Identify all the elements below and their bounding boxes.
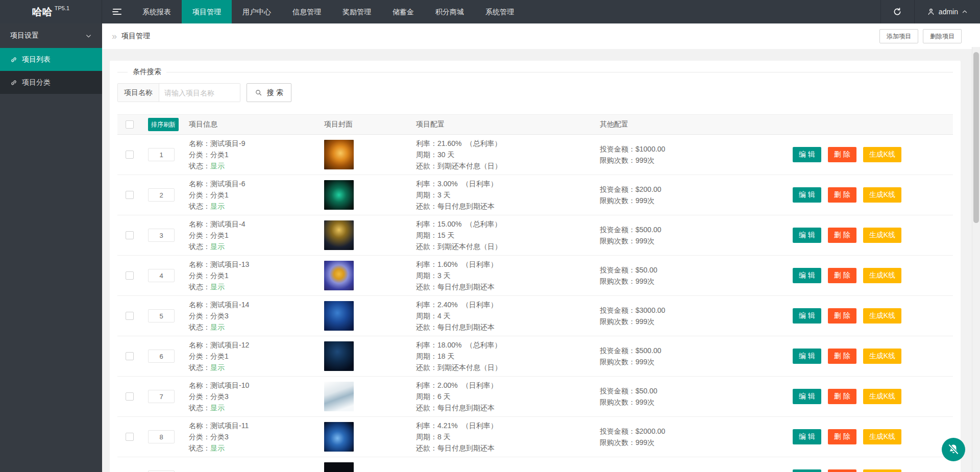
generate-kline-button[interactable]: 生成K线 [863, 228, 901, 243]
generate-kline-button[interactable]: 生成K线 [863, 349, 901, 364]
amount-value: $2000.00 [635, 427, 665, 435]
edit-button[interactable]: 编 辑 [793, 268, 821, 283]
sidebar-item-project-category[interactable]: 项目分类 [0, 71, 102, 94]
limit-label: 限购次数： [600, 398, 635, 406]
edit-button[interactable]: 编 辑 [793, 308, 821, 324]
period-label: 周期： [416, 271, 437, 280]
sort-refresh-button[interactable]: 排序刷新 [148, 118, 179, 131]
edit-button[interactable]: 编 辑 [793, 429, 821, 444]
repay-value: 每日付息到期还本 [437, 444, 495, 452]
sort-input[interactable] [148, 269, 175, 282]
repay-label: 还款： [416, 202, 437, 210]
navbar-right: admin [880, 0, 980, 23]
breadcrumb: 项目管理 [121, 32, 150, 41]
nav-item[interactable]: 系统报表 [132, 0, 182, 23]
search-row: 项目名称 搜 索 [117, 83, 953, 102]
sort-input[interactable] [148, 229, 175, 242]
edit-button[interactable]: 编 辑 [793, 389, 821, 404]
sort-input[interactable] [148, 148, 175, 161]
status-toggle[interactable]: 显示 [210, 202, 225, 210]
generate-kline-button[interactable]: 生成K线 [863, 429, 901, 444]
delete-button[interactable]: 删 除 [828, 308, 856, 324]
nav-item[interactable]: 信息管理 [282, 0, 332, 23]
generate-kline-button[interactable]: 生成K线 [863, 308, 901, 324]
project-category: 分类1 [210, 271, 229, 280]
amount-value: $1000.00 [635, 145, 665, 153]
delete-button[interactable]: 删 除 [828, 187, 856, 203]
select-all-checkbox[interactable] [126, 120, 134, 129]
row-checkbox[interactable] [126, 392, 134, 401]
row-checkbox[interactable] [126, 312, 134, 320]
delete-button[interactable]: 删 除 [828, 228, 856, 243]
generate-kline-button[interactable]: 生成K线 [863, 469, 901, 472]
row-checkbox[interactable] [126, 271, 134, 280]
add-project-button[interactable]: 添加项目 [879, 29, 918, 43]
rate-type: （总利率） [465, 139, 501, 147]
table-header-row: 排序刷新 项目信息 项目封面 项目配置 其他配置 [117, 114, 953, 135]
sort-input[interactable] [148, 350, 175, 363]
status-toggle[interactable]: 显示 [210, 242, 225, 251]
sort-input[interactable] [148, 188, 175, 202]
edit-button[interactable]: 编 辑 [793, 349, 821, 364]
status-toggle[interactable]: 显示 [210, 363, 225, 371]
amount-label: 投资金额： [600, 226, 635, 234]
delete-button[interactable]: 删 除 [828, 147, 856, 162]
status-toggle[interactable]: 显示 [210, 162, 225, 170]
main-content: 项目管理 添加项目 删除项目 条件搜索 项目名称 搜 索 [102, 23, 980, 472]
refresh-icon[interactable] [880, 0, 914, 23]
sort-input[interactable] [148, 309, 175, 322]
generate-kline-button[interactable]: 生成K线 [863, 147, 901, 162]
row-checkbox[interactable] [126, 231, 134, 239]
rate-value: 3.00% [437, 180, 458, 188]
edit-button[interactable]: 编 辑 [793, 469, 821, 472]
name-label: 名称： [189, 180, 210, 188]
row-checkbox[interactable] [126, 433, 134, 441]
period-value: 3 天 [437, 271, 451, 280]
edit-button[interactable]: 编 辑 [793, 187, 821, 203]
search-button[interactable]: 搜 索 [247, 83, 291, 102]
sort-input[interactable] [148, 430, 175, 443]
scrollbar-thumb[interactable] [973, 52, 979, 223]
nav-item[interactable]: 积分商城 [425, 0, 475, 23]
sidebar-item-project-list[interactable]: 项目列表 [0, 48, 102, 71]
row-checkbox[interactable] [126, 151, 134, 159]
nav-item[interactable]: 用户中心 [232, 0, 282, 23]
delete-button[interactable]: 删 除 [828, 389, 856, 404]
nav-item[interactable]: 奖励管理 [332, 0, 382, 23]
user-menu[interactable]: admin [914, 0, 980, 23]
status-toggle[interactable]: 显示 [210, 444, 225, 452]
edit-button[interactable]: 编 辑 [793, 147, 821, 162]
status-toggle[interactable]: 显示 [210, 323, 225, 331]
category-label: 分类： [189, 352, 210, 360]
repay-label: 还款： [416, 404, 437, 412]
row-checkbox[interactable] [126, 191, 134, 199]
delete-project-button[interactable]: 删除项目 [923, 29, 962, 43]
sidebar-group-project-settings[interactable]: 项目设置 [0, 23, 102, 48]
project-name-input[interactable] [159, 84, 240, 102]
sidebar-group-title: 项目设置 [10, 31, 39, 40]
hamburger-menu-icon[interactable] [102, 0, 132, 23]
delete-button[interactable]: 删 除 [828, 349, 856, 364]
row-checkbox[interactable] [126, 352, 134, 360]
generate-kline-button[interactable]: 生成K线 [863, 268, 901, 283]
project-cover-image [324, 140, 354, 169]
nav-item[interactable]: 项目管理 [182, 0, 232, 23]
delete-button[interactable]: 删 除 [828, 268, 856, 283]
notification-off-fab[interactable] [942, 438, 965, 461]
nav-item[interactable]: 系统管理 [475, 0, 525, 23]
repay-label: 还款： [416, 283, 437, 291]
limit-label: 限购次数： [600, 196, 635, 205]
status-toggle[interactable]: 显示 [210, 404, 225, 412]
category-label: 分类： [189, 271, 210, 280]
nav-item[interactable]: 储蓄金 [382, 0, 425, 23]
app-logo-text: 哈哈 [32, 5, 53, 19]
delete-button[interactable]: 删 除 [828, 429, 856, 444]
delete-button[interactable]: 删 除 [828, 469, 856, 472]
generate-kline-button[interactable]: 生成K线 [863, 389, 901, 404]
vertical-scrollbar[interactable] [972, 47, 980, 472]
status-toggle[interactable]: 显示 [210, 283, 225, 291]
table-row: 名称：测试项目-13 分类：分类1 状态：显示 利率：1.60%（日利率） 周期… [117, 256, 953, 296]
generate-kline-button[interactable]: 生成K线 [863, 187, 901, 203]
edit-button[interactable]: 编 辑 [793, 228, 821, 243]
sort-input[interactable] [148, 390, 175, 403]
